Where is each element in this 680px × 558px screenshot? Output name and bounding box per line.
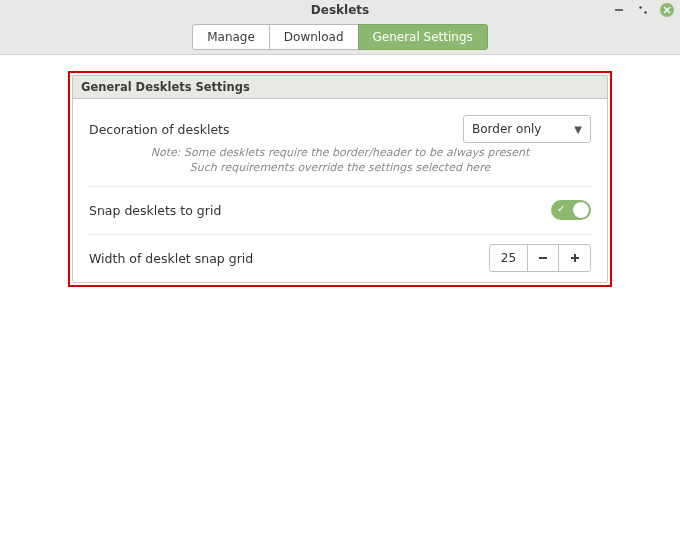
decoration-combo[interactable]: Border only ▼: [463, 115, 591, 143]
row-snap: Snap desklets to grid ✓: [89, 186, 591, 234]
toggle-knob: [573, 202, 589, 218]
note-line-2: Such requirements override the settings …: [89, 160, 591, 175]
grid-width-increment[interactable]: [559, 244, 591, 272]
tab-download[interactable]: Download: [269, 24, 359, 50]
maximize-button[interactable]: [636, 3, 650, 17]
snap-toggle[interactable]: ✓: [551, 200, 591, 220]
decoration-label: Decoration of desklets: [89, 122, 463, 137]
decoration-note: Note: Some desklets require the border/h…: [89, 145, 591, 186]
svg-point-2: [644, 11, 646, 13]
tab-label: General Settings: [373, 30, 473, 44]
tab-general-settings[interactable]: General Settings: [358, 24, 488, 50]
view-tabs: Manage Download General Settings: [192, 24, 488, 50]
snap-label: Snap desklets to grid: [89, 203, 551, 218]
minimize-button[interactable]: [612, 3, 626, 17]
row-grid-width: Width of desklet snap grid 25: [89, 234, 591, 282]
row-decoration: Decoration of desklets Border only ▼ Not…: [89, 99, 591, 186]
grid-width-spinner: 25: [489, 244, 591, 272]
note-line-1: Note: Some desklets require the border/h…: [89, 145, 591, 160]
grid-width-value[interactable]: 25: [489, 244, 527, 272]
close-button[interactable]: [660, 3, 674, 17]
title-bar: Desklets: [0, 0, 680, 20]
panel-title: General Desklets Settings: [73, 76, 607, 99]
general-desklets-panel: General Desklets Settings Decoration of …: [72, 75, 608, 283]
tab-label: Download: [284, 30, 344, 44]
chevron-down-icon: ▼: [574, 124, 582, 135]
svg-point-1: [639, 6, 641, 8]
grid-width-label: Width of desklet snap grid: [89, 251, 489, 266]
check-icon: ✓: [557, 203, 565, 214]
combo-value: Border only: [472, 122, 541, 136]
grid-width-decrement[interactable]: [527, 244, 559, 272]
panel-body: Decoration of desklets Border only ▼ Not…: [73, 99, 607, 282]
window-controls: [612, 0, 674, 20]
tab-manage[interactable]: Manage: [192, 24, 270, 50]
tab-label: Manage: [207, 30, 255, 44]
window-title: Desklets: [0, 3, 680, 17]
content-area: General Desklets Settings Decoration of …: [0, 55, 680, 283]
toolbar: Manage Download General Settings: [0, 20, 680, 55]
